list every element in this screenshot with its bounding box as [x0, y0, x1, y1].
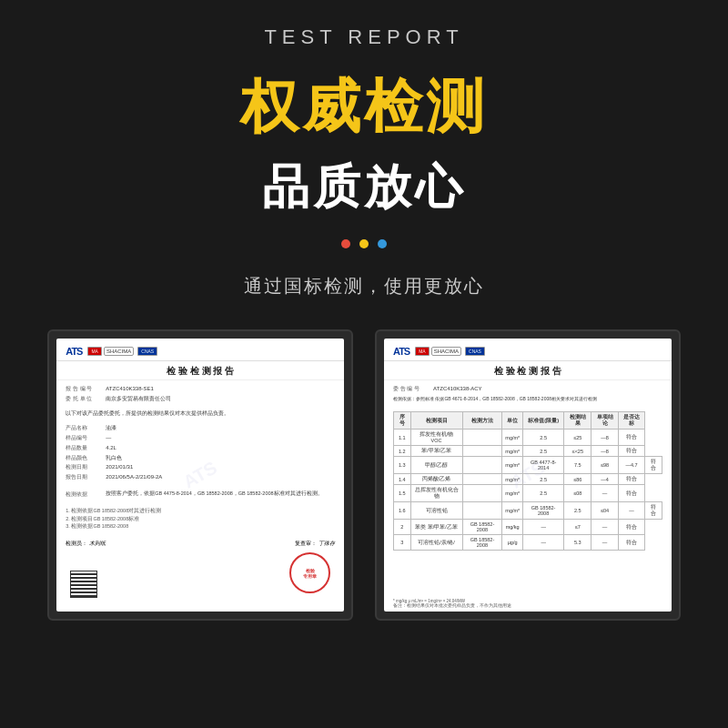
cell-2-4: GB 4477-8-2014 [522, 457, 563, 474]
test-date-label: 检测日期 [66, 462, 102, 472]
report-meta-details: 产品名称 油漆 样品编号 — 样品数量 4.2L 样品颜色 乳白色 检测日期 [56, 420, 344, 486]
sample-qty-value: 4.2L [106, 443, 116, 453]
report-no-label: 报 告 编 号 [66, 384, 102, 394]
cell-3-3: mg/m³ [502, 474, 523, 485]
cell-3-5: ≤86 [564, 474, 592, 485]
cell-7-5: 5.3 [564, 535, 592, 551]
cell-2-7: —4.7 [618, 457, 644, 474]
ma-badge-1: MA [87, 347, 102, 356]
basis-label: 检测依据 [66, 490, 102, 500]
table-body-2: 1.1挥发性有机/物 VOCmg/m³2.5≤25—8符合1.2苯/甲苯/乙苯m… [394, 430, 662, 551]
table-row: 1.5总挥发性有机化合物mg/m³2.5≤08—符合 [394, 485, 662, 502]
table-row: 1.6可溶性铅mg/m³GB 18582-20082.5≤04—符合 [394, 502, 662, 520]
th-method: 检测方法 [462, 412, 502, 430]
cell-0-5: ≤25 [564, 430, 592, 446]
th-standard: 标准值(限量) [522, 412, 563, 430]
cell-1-3: mg/m³ [502, 446, 523, 457]
cell-2-8: 符合 [645, 457, 662, 474]
cell-3-0: 1.4 [394, 474, 411, 485]
report-title-1: 检 验 检 测 报 告 [56, 361, 344, 380]
cell-1-5: ≤<25 [564, 446, 592, 457]
cell-1-4: 2.5 [522, 446, 563, 457]
company-value: 南京多安贸易有限责任公司 [106, 394, 171, 404]
basis-text-2: 检测依据：参照标准 依据GB 4671-8-2014，GB 18582-2008… [393, 396, 597, 401]
report-date-value: 2021/06/5A-2/21/09-2A [106, 472, 162, 482]
report-header-2: ATS MA SHACIMA CNAS [384, 339, 672, 361]
sample-no-value: — [106, 433, 111, 443]
cell-4-4: 2.5 [522, 485, 563, 502]
th-result: 检测结果 [564, 412, 592, 430]
test-results-table: 序号 检测项目 检测方法 单位 标准值(限量) 检测结果 单项结论 是否达标 1… [393, 411, 662, 551]
description-text: 通过国标检测，使用更放心 [244, 274, 484, 298]
cnas-badge-2: CNAS [465, 347, 485, 356]
ats-logo-2: ATS [393, 346, 410, 357]
cell-1-7: 符合 [618, 446, 644, 457]
tester-label: 检测员 [66, 541, 82, 546]
official-stamp-1: 检验 专用章 [289, 552, 330, 593]
cell-6-2: GB 18582-2008 [462, 520, 502, 535]
th-unit: 单位 [502, 412, 523, 430]
cell-5-4: GB 18582-2008 [522, 502, 563, 520]
cell-7-7: 符合 [618, 535, 644, 551]
sub-title-chinese: 品质放心 [262, 156, 466, 219]
cnas-badge-1: CNAS [137, 347, 157, 356]
table-row: 2苯类 苯/甲苯/乙苯GB 18582-2008mg/kg—≤7—符合 [394, 520, 662, 535]
reviewer-area: 复查审： 丁殊存 [295, 540, 335, 548]
th-item: 检测项目 [410, 412, 462, 430]
cell-3-6: —4 [592, 474, 619, 485]
dot-yellow [359, 239, 369, 248]
table-row: 1.3甲醇/乙醇mg/m³GB 4477-8-20147.5≤98—4.7符合 [394, 457, 662, 474]
test-date-value: 2021/01/31 [106, 462, 133, 472]
table-header-row: 序号 检测项目 检测方法 单位 标准值(限量) 检测结果 单项结论 是否达标 [394, 412, 662, 430]
sample-no-label: 样品编号 [66, 433, 102, 443]
cell-0-1: 挥发性有机/物 VOC [410, 430, 462, 446]
report-card-1: ATS MA SHACIMA CNAS 检 验 检 测 报 告 报 告 编 号 … [47, 329, 353, 621]
indicator-dots [341, 239, 387, 248]
cell-0-4: 2.5 [522, 430, 563, 446]
cell-4-2 [462, 485, 502, 502]
cell-7-3: µg/g [502, 535, 523, 551]
cell-3-4: 2.5 [522, 474, 563, 485]
logo-icons-2: MA SHACIMA CNAS [413, 347, 485, 356]
cell-5-3: mg/m³ [502, 502, 523, 520]
cell-0-0: 1.1 [394, 430, 411, 446]
cell-2-0: 1.3 [394, 457, 411, 474]
cell-4-1: 总挥发性有机化合物 [410, 485, 462, 502]
cell-5-6: ≤04 [592, 502, 619, 520]
report-no-label-2: 委 告 编 号 [393, 384, 430, 394]
cell-5-2 [462, 502, 502, 520]
tester-sign: 木到纸 [89, 541, 106, 546]
cell-4-5: ≤08 [564, 485, 592, 502]
reviewer-sign: 丁殊存 [318, 541, 335, 546]
reviewer-label: 复查审 [295, 541, 311, 546]
cell-3-2 [462, 474, 502, 485]
cell-7-4: — [522, 535, 563, 551]
th-pass: 是否达标 [618, 412, 644, 430]
company-label: 委 托 单 位 [66, 394, 102, 404]
cell-2-3: mg/m³ [502, 457, 523, 474]
qr-code-1 [70, 571, 97, 598]
cell-5-7: — [618, 502, 644, 520]
product-value: 油漆 [106, 423, 116, 433]
report-title-2: 检 验 检 测 报 告 [384, 361, 672, 380]
th-conclusion: 单项结论 [592, 412, 619, 430]
main-title-chinese: 权威检测 [240, 67, 488, 147]
report-basis: 检测依据 按照客户委托，依据GB 4475-8-2014，GB 18582-20… [56, 486, 344, 503]
cell-6-5: ≤7 [564, 520, 592, 535]
cell-4-3: mg/m³ [502, 485, 523, 502]
signature-area-1: 检测员： 木到纸 复查审： 丁殊存 [56, 540, 344, 548]
table-row: 1.4丙烯酸/乙烯mg/m³2.5≤86—4符合 [394, 474, 662, 485]
cell-1-1: 苯/甲苯/乙苯 [410, 446, 462, 457]
dot-blue [378, 239, 387, 248]
report-header-1: ATS MA SHACIMA CNAS [56, 339, 344, 361]
ats-logo-1: ATS [66, 346, 82, 357]
cell-0-6: —8 [592, 430, 619, 446]
cell-7-1: 可溶性铅/汞/铬/ [410, 535, 462, 551]
page-title: TEST REPORT [0, 25, 728, 49]
cell-6-1: 苯类 苯/甲苯/乙苯 [410, 520, 462, 535]
cell-5-1: 可溶性铅 [410, 502, 462, 520]
cell-6-3: mg/kg [502, 520, 523, 535]
dot-red [341, 239, 350, 248]
ma-badge-2: MA [415, 347, 430, 356]
table-row: 1.2苯/甲苯/乙苯mg/m³2.5≤<25—8符合 [394, 446, 662, 457]
